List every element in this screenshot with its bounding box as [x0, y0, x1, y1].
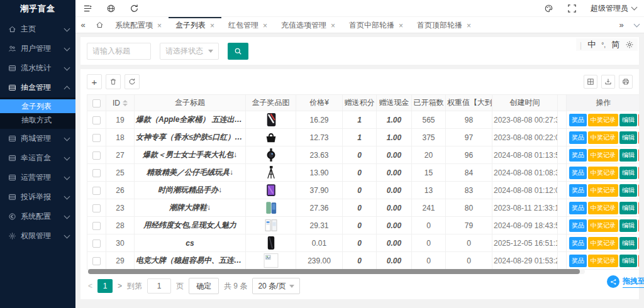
close-icon[interactable]: ×: [467, 22, 471, 30]
lang-zh-toggle[interactable]: 中: [587, 39, 596, 50]
current-page-button[interactable]: 1: [97, 279, 113, 293]
win-record-button[interactable]: 中奖记录: [588, 149, 618, 162]
row-checkbox[interactable]: [92, 239, 101, 248]
collapse-menu-icon[interactable]: [83, 4, 92, 13]
delete-button[interactable]: 删除: [638, 114, 639, 126]
lang-tone-toggle[interactable]: °,: [601, 41, 606, 48]
win-record-button[interactable]: 中奖记录: [588, 184, 618, 197]
filter-columns-button[interactable]: [584, 75, 597, 89]
refresh-icon[interactable]: [130, 4, 139, 13]
prize-button[interactable]: 奖品: [569, 237, 587, 250]
prize-button[interactable]: 奖品: [569, 255, 587, 267]
tab-5[interactable]: 首页顶部轮播×: [410, 17, 478, 33]
close-icon[interactable]: ×: [331, 22, 335, 30]
delete-button[interactable]: 删除: [638, 219, 639, 232]
close-icon[interactable]: ×: [263, 22, 267, 30]
win-record-button[interactable]: 中奖记录: [588, 114, 618, 126]
fullscreen-icon[interactable]: [567, 4, 577, 13]
win-record-button[interactable]: 中奖记录: [588, 131, 618, 144]
prize-button[interactable]: 奖品: [569, 114, 587, 126]
edit-button[interactable]: 编辑: [619, 114, 637, 126]
select-all-checkbox[interactable]: [92, 99, 101, 107]
tab-0[interactable]: 系统配置项×: [108, 17, 169, 33]
sidebar-item-2[interactable]: 流水统计: [0, 58, 75, 78]
admin-dropdown[interactable]: 超级管理员: [591, 3, 636, 14]
prev-page-button[interactable]: <: [88, 282, 92, 290]
scrollbar-thumb[interactable]: [88, 269, 580, 274]
sidebar-item-6[interactable]: 运营管理: [0, 168, 75, 187]
sidebar-item-5[interactable]: 幸运盲盒: [0, 148, 75, 168]
edit-button[interactable]: 编辑: [619, 255, 637, 267]
next-page-button[interactable]: >: [118, 282, 122, 290]
prize-button[interactable]: 奖品: [569, 219, 587, 232]
row-checkbox[interactable]: [92, 134, 101, 142]
home-tab[interactable]: [91, 17, 108, 33]
tab-4[interactable]: 首页中部轮播×: [342, 17, 410, 33]
sidebar-item-4[interactable]: 商城管理: [0, 129, 75, 148]
horizontal-scrollbar[interactable]: [88, 269, 585, 274]
row-checkbox[interactable]: [92, 169, 101, 177]
lang-simplified-toggle[interactable]: 简: [611, 39, 619, 50]
print-button[interactable]: [619, 75, 633, 89]
settings-gear-icon[interactable]: [625, 40, 634, 49]
delete-button[interactable]: 删除: [638, 131, 639, 144]
export-button[interactable]: [601, 75, 615, 89]
row-checkbox[interactable]: [92, 116, 101, 124]
delete-button[interactable]: 删除: [638, 202, 639, 214]
edit-button[interactable]: 编辑: [619, 202, 637, 214]
sidebar-item-9[interactable]: 权限管理: [0, 226, 75, 246]
sidebar-item-1[interactable]: 用户管理: [0, 39, 75, 58]
page-size-select[interactable]: 20 条/页: [252, 278, 300, 294]
globe-icon[interactable]: [106, 4, 116, 13]
delete-button[interactable]: 删除: [638, 184, 639, 197]
sidebar-subitem-0[interactable]: 盒子列表: [0, 99, 75, 113]
title-search-input[interactable]: [87, 43, 151, 60]
sidebar-item-7[interactable]: 投诉举报: [0, 187, 75, 207]
reload-button[interactable]: [125, 74, 140, 89]
close-icon[interactable]: ×: [157, 22, 162, 30]
tabs-scroll-left[interactable]: «: [75, 17, 91, 33]
sidebar-item-8[interactable]: 系统配置: [0, 207, 75, 226]
edit-button[interactable]: 编辑: [619, 184, 637, 197]
win-record-button[interactable]: 中奖记录: [588, 255, 618, 267]
prize-button[interactable]: 奖品: [569, 131, 587, 144]
close-icon[interactable]: ×: [210, 22, 214, 30]
drag-upload-hint[interactable]: 拖拽至此上传: [607, 275, 644, 288]
delete-button[interactable]: 删除: [638, 149, 639, 162]
delete-button[interactable]: 删除: [638, 255, 639, 267]
row-checkbox[interactable]: [92, 151, 101, 160]
close-icon[interactable]: ×: [399, 22, 403, 30]
delete-button[interactable]: 删除: [638, 167, 639, 179]
edit-button[interactable]: 编辑: [619, 167, 637, 179]
win-record-button[interactable]: 中奖记录: [588, 202, 618, 214]
status-select[interactable]: 请选择状态: [160, 43, 219, 60]
theme-palette-icon[interactable]: [544, 4, 553, 13]
add-button[interactable]: +: [87, 74, 102, 89]
sidebar-subitem-1[interactable]: 抽取方式: [0, 113, 75, 127]
sort-icon[interactable]: [123, 100, 128, 106]
prize-button[interactable]: 奖品: [569, 149, 587, 162]
row-checkbox[interactable]: [92, 257, 101, 265]
prize-button[interactable]: 奖品: [569, 167, 587, 179]
delete-button[interactable]: [106, 74, 121, 89]
edit-button[interactable]: 编辑: [619, 237, 637, 250]
tabs-scroll-right[interactable]: »: [614, 17, 629, 33]
row-checkbox[interactable]: [92, 187, 101, 195]
goto-page-input[interactable]: [147, 278, 171, 294]
tab-3[interactable]: 充值选项管理×: [274, 17, 342, 33]
edit-button[interactable]: 编辑: [619, 219, 637, 232]
sidebar-item-3[interactable]: 抽盒管理: [0, 78, 75, 97]
win-record-button[interactable]: 中奖记录: [588, 219, 618, 232]
search-button[interactable]: [228, 43, 248, 60]
row-checkbox[interactable]: [92, 222, 101, 230]
row-checkbox[interactable]: [92, 204, 101, 212]
prize-button[interactable]: 奖品: [569, 184, 587, 197]
tab-2[interactable]: 红包管理×: [221, 17, 274, 33]
tab-1[interactable]: 盒子列表×: [169, 17, 221, 33]
sidebar-item-0[interactable]: 主页: [0, 19, 75, 39]
prize-button[interactable]: 奖品: [569, 202, 587, 214]
edit-button[interactable]: 编辑: [619, 131, 637, 144]
tabs-menu-caret[interactable]: [629, 17, 644, 33]
win-record-button[interactable]: 中奖记录: [588, 167, 618, 179]
goto-confirm-button[interactable]: 确定: [189, 278, 219, 294]
